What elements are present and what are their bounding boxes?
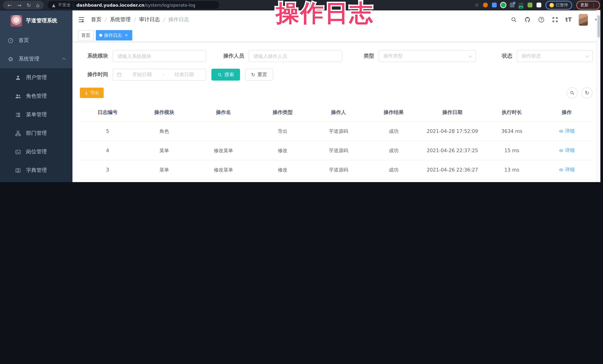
column-header: 操作结果 [365, 104, 422, 121]
module-label: 系统模块 [80, 53, 113, 59]
detail-link[interactable]: 详细 [559, 128, 575, 134]
column-header: 操作 [541, 104, 592, 121]
status-select[interactable]: 操作状态 [517, 50, 593, 62]
sidebar-item-home[interactable]: 首页 [0, 31, 72, 50]
user-icon [15, 74, 21, 81]
table-row: 3 菜单 修改菜单 修改 芋道源码 成功 2021-04-26 22:36:27… [80, 160, 592, 179]
sidebar-item-positions[interactable]: 岗位管理 [0, 143, 72, 161]
extension-icon-2[interactable] [492, 3, 497, 7]
update-button[interactable]: 更新 ⋮ [576, 0, 600, 10]
table-toolbar: ↓ 导出 ↻ [80, 87, 592, 98]
badge-icon [15, 149, 21, 155]
book-icon [15, 167, 21, 174]
detail-link[interactable]: 详细 [559, 147, 575, 154]
chevron-down-icon [468, 54, 472, 57]
scrollbar-thumb[interactable] [597, 15, 600, 37]
user-avatar[interactable] [579, 14, 588, 25]
breadcrumb-current: 操作日志 [168, 16, 189, 23]
extension-icon-1[interactable] [483, 3, 488, 7]
column-header: 操作类型 [254, 104, 312, 121]
download-icon: ↓ [84, 90, 88, 95]
extension-icon-3[interactable] [501, 3, 506, 7]
eye-icon [559, 148, 564, 153]
sidebar-item-notices[interactable]: 通知公告 [0, 180, 72, 182]
users-icon [15, 93, 21, 99]
filter-row-2: 操作时间 开始日期 - 结束日期 搜索 ↻ 重置 [80, 69, 592, 81]
address-bar[interactable]: ▲ 不安全 dashboard.yudao.iocoder.cn/system/… [47, 1, 219, 9]
column-header: 操作模块 [135, 104, 193, 121]
sidebar-toggle-icon[interactable] [78, 16, 85, 23]
detail-link[interactable]: 详细 [559, 166, 575, 173]
system-submenu: 用户管理 角色管理 菜单管理 部门管理 [0, 68, 72, 182]
date-range-picker[interactable]: 开始日期 - 结束日期 [113, 69, 206, 81]
breadcrumb-item[interactable]: 首页 [91, 16, 101, 23]
sidebar-item-roles[interactable]: 角色管理 [0, 87, 72, 105]
page-scrollbar[interactable] [596, 10, 600, 182]
sidebar-item-dictionary[interactable]: 字典管理 [0, 161, 72, 180]
toggle-search-button[interactable] [567, 87, 578, 98]
home-icon[interactable]: ⌂ [36, 2, 39, 8]
column-header: 操作名 [193, 104, 254, 121]
window-edge [600, 0, 603, 182]
extension-icon-6[interactable] [528, 3, 533, 7]
app-logo-image [11, 15, 22, 27]
sidebar-item-menus[interactable]: 菜单管理 [0, 105, 72, 124]
operate-log-table: 日志编号 操作模块 操作名 操作类型 操作人 操作结果 操作日期 执行时长 操作 [80, 104, 592, 182]
browser-nav-group: ← → ↻ ⌂ [3, 1, 44, 9]
table-row: 4 菜单 修改菜单 修改 芋道源码 成功 2021-04-26 22:37:25… [80, 141, 592, 160]
sidebar: 芋道管理系统 首页 ⚙ 系统管理 用户管理 [0, 11, 72, 182]
docs-help-icon[interactable] [538, 16, 545, 23]
extension-icon-4[interactable] [510, 3, 515, 7]
breadcrumb: 首页 / 系统管理 / 审计日志 / 操作日志 [91, 16, 189, 23]
column-header: 执行时长 [483, 104, 541, 121]
tag-close-icon[interactable]: × [124, 33, 129, 38]
sidebar-item-departments[interactable]: 部门管理 [0, 124, 72, 143]
browser-menu-icon[interactable]: ⋮ [591, 2, 596, 8]
tag-operate-log[interactable]: 操作日志 × [96, 30, 132, 41]
org-tree-icon [15, 130, 21, 136]
table-row: 2 菜单 创建菜单 新增 芋道源码 成功 2021-04-26 22:35:45… [80, 179, 592, 182]
search-icon[interactable] [510, 16, 517, 23]
active-tag-dot [99, 34, 102, 37]
tag-home[interactable]: 首页 [78, 30, 94, 41]
navbar: 首页 / 系统管理 / 审计日志 / 操作日志 tT [72, 11, 603, 29]
type-select[interactable]: 操作类型 [379, 50, 476, 62]
url-path: /system/log/operate-log [144, 2, 195, 8]
font-size-icon[interactable]: tT [565, 16, 572, 23]
browser-toolbar: ← → ↻ ⌂ ▲ 不安全 dashboard.yudao.iocoder.cn… [0, 0, 603, 11]
profile-emoji-icon [549, 3, 554, 7]
warning-icon: ▲ [52, 2, 55, 8]
paused-label: 已暂停 [556, 2, 568, 8]
type-label: 类型 [357, 53, 379, 59]
dashboard-icon [7, 37, 14, 44]
operator-input[interactable] [249, 50, 342, 62]
reset-button[interactable]: ↻ 重置 [245, 69, 273, 81]
export-button[interactable]: ↓ 导出 [80, 88, 104, 98]
reload-icon[interactable]: ↻ [27, 2, 31, 8]
time-label: 操作时间 [80, 71, 113, 78]
profile-paused-pill[interactable]: 已暂停 [545, 0, 572, 10]
search-icon [217, 72, 222, 77]
sidebar-item-system[interactable]: ⚙ 系统管理 [0, 50, 72, 68]
bookmark-star-icon[interactable]: ☆ [475, 3, 479, 7]
github-icon[interactable] [524, 16, 531, 23]
app-title: 芋道管理系统 [26, 17, 57, 24]
extension-icon-5[interactable]: on [519, 3, 523, 7]
fullscreen-icon[interactable] [552, 16, 558, 23]
tags-view-bar: 首页 操作日志 × [72, 29, 603, 42]
back-icon[interactable]: ← [7, 2, 12, 8]
filter-row-1: 系统模块 操作人员 类型 操作类型 [80, 50, 592, 62]
table-header-row: 日志编号 操作模块 操作名 操作类型 操作人 操作结果 操作日期 执行时长 操作 [80, 104, 592, 121]
url-text: dashboard.yudao.iocoder.cn/system/log/op… [76, 2, 196, 8]
breadcrumb-item[interactable]: 系统管理 [110, 16, 131, 23]
forward-icon[interactable]: → [17, 2, 21, 8]
breadcrumb-item[interactable]: 审计日志 [139, 16, 160, 23]
calendar-icon [117, 72, 122, 77]
app-logo-row[interactable]: 芋道管理系统 [0, 11, 72, 31]
refresh-table-button[interactable]: ↻ [581, 87, 592, 98]
search-button[interactable]: 搜索 [211, 69, 240, 81]
chevron-down-icon [586, 54, 589, 57]
module-input[interactable] [113, 50, 206, 62]
sidebar-item-users[interactable]: 用户管理 [0, 68, 72, 87]
extension-puzzle-icon[interactable] [536, 3, 541, 7]
